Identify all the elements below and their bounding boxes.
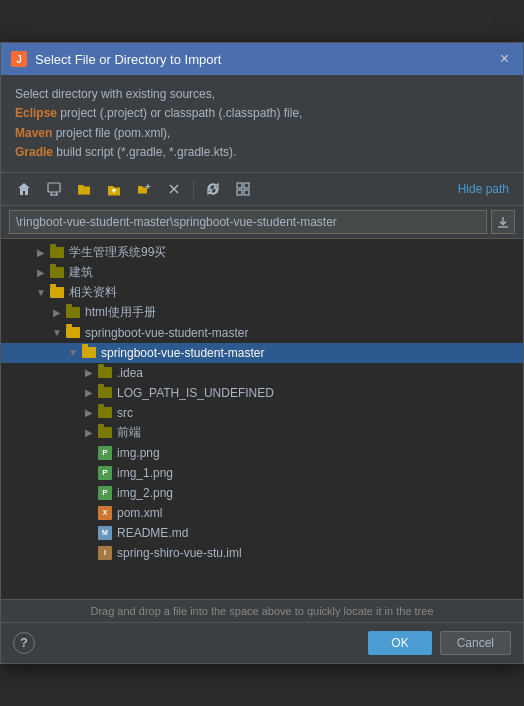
tree-expand-arrow[interactable]: ▼ bbox=[33, 287, 49, 298]
folder-icon bbox=[49, 265, 65, 281]
tree-item-label: 前端 bbox=[117, 424, 141, 441]
tree-item[interactable]: ▶ .idea bbox=[1, 363, 523, 383]
folder-icon bbox=[97, 405, 113, 421]
toolbar-separator bbox=[193, 180, 194, 198]
tree-item[interactable]: X pom.xml bbox=[1, 503, 523, 523]
refresh-button[interactable] bbox=[200, 178, 226, 200]
tree-item-label: src bbox=[117, 406, 133, 420]
tree-item-label: 建筑 bbox=[69, 264, 93, 281]
help-button[interactable]: ? bbox=[13, 632, 35, 654]
dialog-title: Select File or Directory to Import bbox=[35, 52, 221, 67]
file-tree: ▶ 学生管理系统99买 ▶ 建筑 ▼ 相关资料 ▶ html使用手 bbox=[1, 239, 523, 599]
svg-rect-9 bbox=[244, 190, 249, 195]
folder-new-button[interactable] bbox=[131, 178, 157, 200]
tree-item-label: springboot-vue-student-master bbox=[85, 326, 248, 340]
desc-line2: project (.project) or classpath (.classp… bbox=[57, 106, 302, 120]
tree-expand-arrow[interactable]: ▶ bbox=[81, 427, 97, 438]
desc-maven-label: Maven bbox=[15, 126, 52, 140]
tree-item[interactable]: P img_2.png bbox=[1, 483, 523, 503]
folder-icon bbox=[49, 245, 65, 261]
status-bar: Drag and drop a file into the space abov… bbox=[1, 599, 523, 623]
tree-item-label: pom.xml bbox=[117, 506, 162, 520]
folder-icon bbox=[97, 385, 113, 401]
tree-item-label: README.md bbox=[117, 526, 188, 540]
toolbar: Hide path bbox=[1, 173, 523, 206]
tree-item-label: spring-shiro-vue-stu.iml bbox=[117, 546, 242, 560]
home-button[interactable] bbox=[11, 178, 37, 200]
iml-file-icon: I bbox=[97, 545, 113, 561]
folder-icon bbox=[97, 425, 113, 441]
tree-item[interactable]: ▶ LOG_PATH_IS_UNDEFINED bbox=[1, 383, 523, 403]
tree-expand-arrow[interactable]: ▼ bbox=[65, 347, 81, 358]
delete-button[interactable] bbox=[161, 178, 187, 200]
main-dialog: J Select File or Directory to Import × S… bbox=[0, 42, 524, 664]
md-file-icon: M bbox=[97, 525, 113, 541]
tree-item[interactable]: ▶ 建筑 bbox=[1, 263, 523, 283]
path-download-button[interactable] bbox=[491, 210, 515, 234]
desc-line4: build script (*.gradle, *.gradle.kts). bbox=[53, 145, 236, 159]
folder-icon bbox=[65, 305, 81, 321]
folder-icon bbox=[81, 345, 97, 361]
desc-line3: project file (pom.xml), bbox=[52, 126, 170, 140]
tree-item[interactable]: M README.md bbox=[1, 523, 523, 543]
folder-icon bbox=[97, 365, 113, 381]
description-area: Select directory with existing sources, … bbox=[1, 75, 523, 173]
svg-rect-7 bbox=[244, 183, 249, 188]
tree-item-label: html使用手册 bbox=[85, 304, 156, 321]
tree-item-label: img_2.png bbox=[117, 486, 173, 500]
tree-expand-arrow[interactable]: ▶ bbox=[81, 367, 97, 378]
title-bar: J Select File or Directory to Import × bbox=[1, 43, 523, 75]
hide-path-button[interactable]: Hide path bbox=[454, 180, 513, 198]
svg-rect-6 bbox=[237, 183, 242, 188]
png-file-icon: P bbox=[97, 445, 113, 461]
desktop-button[interactable] bbox=[41, 178, 67, 200]
png-file-icon: P bbox=[97, 465, 113, 481]
tree-item-label: LOG_PATH_IS_UNDEFINED bbox=[117, 386, 274, 400]
folder-icon bbox=[65, 325, 81, 341]
desc-gradle-label: Gradle bbox=[15, 145, 53, 159]
tree-item-selected[interactable]: ▼ springboot-vue-student-master bbox=[1, 343, 523, 363]
desc-eclipse-label: Eclipse bbox=[15, 106, 57, 120]
folder-button[interactable] bbox=[71, 178, 97, 200]
tree-expand-arrow[interactable]: ▶ bbox=[33, 247, 49, 258]
tree-item-label: .idea bbox=[117, 366, 143, 380]
svg-rect-8 bbox=[237, 190, 242, 195]
tree-item[interactable]: P img.png bbox=[1, 443, 523, 463]
status-text: Drag and drop a file into the space abov… bbox=[90, 605, 433, 617]
tree-item[interactable]: ▶ src bbox=[1, 403, 523, 423]
png-file-icon: P bbox=[97, 485, 113, 501]
tree-item[interactable]: ▼ 相关资料 bbox=[1, 283, 523, 303]
folder-up-button[interactable] bbox=[101, 178, 127, 200]
tree-item-label: springboot-vue-student-master bbox=[101, 346, 264, 360]
tree-item-label: img_1.png bbox=[117, 466, 173, 480]
folder-icon bbox=[49, 285, 65, 301]
tree-expand-arrow[interactable]: ▶ bbox=[49, 307, 65, 318]
svg-rect-0 bbox=[48, 183, 60, 192]
tree-item-label: 相关资料 bbox=[69, 284, 117, 301]
path-bar bbox=[1, 206, 523, 239]
view-button[interactable] bbox=[230, 178, 256, 200]
tree-expand-arrow[interactable]: ▶ bbox=[33, 267, 49, 278]
tree-item[interactable]: P img_1.png bbox=[1, 463, 523, 483]
tree-expand-arrow[interactable]: ▶ bbox=[81, 387, 97, 398]
tree-item[interactable]: I spring-shiro-vue-stu.iml bbox=[1, 543, 523, 563]
action-buttons: OK Cancel bbox=[368, 631, 511, 655]
ok-button[interactable]: OK bbox=[368, 631, 431, 655]
tree-item[interactable]: ▼ springboot-vue-student-master bbox=[1, 323, 523, 343]
title-bar-left: J Select File or Directory to Import bbox=[11, 51, 221, 67]
close-button[interactable]: × bbox=[496, 49, 513, 69]
tree-expand-arrow[interactable]: ▶ bbox=[81, 407, 97, 418]
tree-item-label: img.png bbox=[117, 446, 160, 460]
tree-item[interactable]: ▶ 学生管理系统99买 bbox=[1, 243, 523, 263]
xml-file-icon: X bbox=[97, 505, 113, 521]
tree-item[interactable]: ▶ html使用手册 bbox=[1, 303, 523, 323]
tree-item-label: 学生管理系统99买 bbox=[69, 244, 166, 261]
path-input[interactable] bbox=[9, 210, 487, 234]
button-bar: ? OK Cancel bbox=[1, 623, 523, 663]
tree-item[interactable]: ▶ 前端 bbox=[1, 423, 523, 443]
app-icon: J bbox=[11, 51, 27, 67]
desc-line1: Select directory with existing sources, bbox=[15, 87, 215, 101]
cancel-button[interactable]: Cancel bbox=[440, 631, 511, 655]
tree-expand-arrow[interactable]: ▼ bbox=[49, 327, 65, 338]
